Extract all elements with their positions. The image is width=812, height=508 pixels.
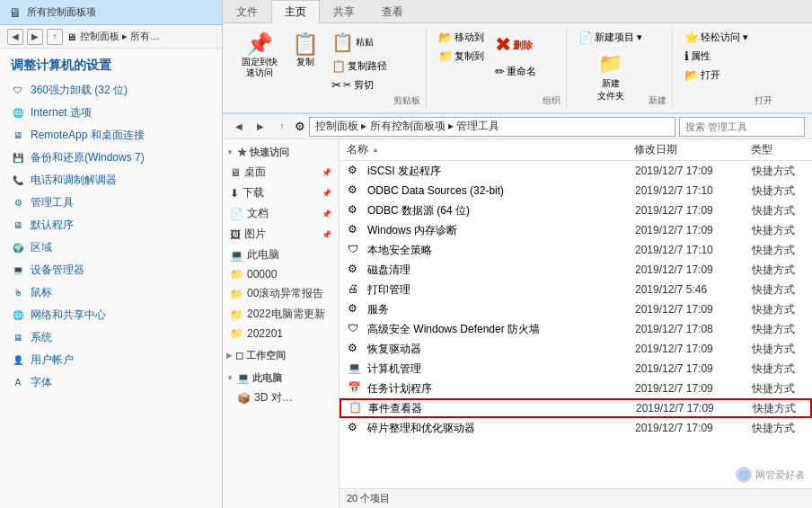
col-type-header[interactable]: 类型	[751, 142, 812, 157]
new-item-button[interactable]: 📄 新建项目 ▾	[574, 29, 647, 46]
move-to-button[interactable]: 📂 移动到	[434, 29, 489, 46]
file-name-cell: ⚙恢复驱动器	[348, 342, 635, 357]
list-item-icon: 🌍	[11, 241, 25, 255]
desktop-item[interactable]: 🖥 桌面 📌	[223, 162, 339, 183]
pin-label: 固定到快 速访问	[242, 57, 278, 78]
new-item-icon: 📄	[578, 31, 593, 44]
left-list-item[interactable]: 🖥默认程序	[0, 214, 222, 236]
folder-report[interactable]: 📁 00滚动异常报告	[223, 283, 339, 304]
left-list-item[interactable]: ⚙管理工具	[0, 192, 222, 214]
back-button[interactable]: ◀	[7, 29, 23, 45]
left-list-item[interactable]: 🌐Internet 选项	[0, 102, 222, 124]
list-item-label: Internet 选项	[31, 105, 92, 120]
table-row[interactable]: ⚙恢复驱动器2019/12/7 17:09快捷方式	[340, 339, 812, 359]
list-item-icon: 👤	[11, 353, 25, 368]
workspace-header[interactable]: ▶ ◻ 工作空间	[223, 346, 339, 365]
table-row[interactable]: ⚙Windows 内存诊断2019/12/7 17:09快捷方式	[340, 220, 812, 240]
addr-back-button[interactable]: ◀	[230, 118, 248, 136]
left-list-item[interactable]: 📞电话和调制解调器	[0, 169, 222, 192]
left-list-item[interactable]: A字体	[0, 371, 222, 394]
left-list-item[interactable]: 🖥系统	[0, 326, 222, 349]
table-row[interactable]: ⚙碎片整理和优化驱动器2019/12/7 17:09快捷方式	[340, 418, 812, 438]
file-name-cell: ⚙服务	[348, 302, 635, 317]
cut-button[interactable]: ✂ ✂ 剪切	[327, 76, 392, 94]
pin-quick-access-button[interactable]: 📌 固定到快 速访问	[235, 29, 284, 83]
address-path[interactable]: 控制面板 ▸ 所有控制面板项 ▸ 管理工具	[309, 117, 675, 137]
list-item-icon: A	[11, 376, 25, 390]
forward-button[interactable]: ▶	[27, 29, 43, 45]
left-list-item[interactable]: 🖥RemoteApp 和桌面连接	[0, 124, 222, 147]
new-folder-button[interactable]: 📁 新建 文件夹	[591, 48, 631, 107]
table-row[interactable]: 🖨打印管理2019/12/7 5:46快捷方式	[340, 280, 812, 299]
folder-icon1: 📁	[230, 268, 243, 281]
downloads-item[interactable]: ⬇ 下载 📌	[223, 183, 339, 203]
table-row[interactable]: ⚙iSCSI 发起程序2019/12/7 17:09快捷方式	[340, 161, 812, 181]
open-group: ⭐ 轻松访问 ▾ ℹ 属性 📂 打开 打开	[675, 27, 778, 109]
file-name-cell: 💻计算机管理	[348, 361, 635, 377]
documents-item[interactable]: 📄 文档 📌	[223, 203, 339, 224]
3d-objects-item[interactable]: 📦 3D 对…	[223, 388, 339, 408]
pictures-item[interactable]: 🖼 图片 📌	[223, 224, 339, 245]
rename-button[interactable]: ✏ 重命名	[490, 63, 541, 80]
delete-button[interactable]: ✖ 删除	[490, 29, 541, 61]
left-list-item[interactable]: 🌐网络和共享中心	[0, 304, 222, 326]
col-date-header[interactable]: 修改日期	[634, 142, 751, 157]
ribbon-tab-查看[interactable]: 查看	[368, 0, 417, 23]
left-list-item[interactable]: 🖱鼠标	[0, 281, 222, 304]
file-date: 2019/12/7 17:09	[635, 204, 752, 217]
file-name-cell: 🛡本地安全策略	[348, 243, 635, 258]
quick-access-header[interactable]: ▼ ★ 快速访问	[223, 143, 339, 162]
table-row[interactable]: ⚙ODBC Data Sources (32-bit)2019/12/7 17:…	[340, 181, 812, 201]
addr-forward-button[interactable]: ▶	[252, 118, 269, 136]
table-row[interactable]: 📅任务计划程序2019/12/7 17:09快捷方式	[340, 379, 812, 398]
organize-group: 📂 移动到 📁 复制到 ✖ 删除 ✏ 重命名	[428, 27, 567, 109]
list-item-label: 系统	[31, 330, 52, 345]
file-icon: ⚙	[348, 421, 362, 435]
table-row[interactable]: ⚙服务2019/12/7 17:09快捷方式	[340, 299, 812, 319]
this-pc-item[interactable]: 💻 此电脑	[223, 245, 339, 265]
left-list-item[interactable]: 💾备份和还原(Windows 7)	[0, 147, 222, 169]
search-input[interactable]	[679, 117, 805, 137]
copy-path-button[interactable]: 📋 复制路径	[327, 58, 392, 75]
status-bar: 20 个项目	[340, 488, 812, 508]
easy-access-button[interactable]: ⭐ 轻松访问 ▾	[680, 29, 753, 46]
open-button[interactable]: 📂 打开	[680, 67, 753, 84]
table-row[interactable]: 🛡本地安全策略2019/12/7 17:10快捷方式	[340, 240, 812, 260]
ribbon-tab-主页[interactable]: 主页	[271, 0, 320, 23]
this-pc-header[interactable]: ▼ 💻 此电脑	[223, 369, 339, 388]
ribbon-tab-文件[interactable]: 文件	[223, 0, 271, 23]
table-row[interactable]: 💻计算机管理2019/12/7 17:09快捷方式	[340, 359, 812, 379]
folder-2022[interactable]: 📁 2022电脑需更新	[223, 304, 339, 325]
copy-to-label: 复制到	[455, 49, 484, 63]
copy-to-button[interactable]: 📁 复制到	[434, 48, 489, 65]
open-icon: 📂	[684, 68, 699, 82]
left-list-item[interactable]: 💻设备管理器	[0, 259, 222, 281]
addr-up-button[interactable]: ↑	[273, 118, 291, 136]
file-name-cell: ⚙iSCSI 发起程序	[348, 164, 635, 179]
watermark-icon: 🌐	[736, 467, 752, 483]
ribbon-content: 📌 固定到快 速访问 📋 复制 📋 粘贴 📋 复制路径	[223, 23, 812, 112]
expand-icon: ▼	[226, 148, 234, 156]
props-label: 属性	[691, 49, 710, 63]
copy-path-icon: 📋	[331, 59, 346, 73]
copy-button[interactable]: 📋 复制	[286, 29, 325, 72]
ribbon-tab-共享[interactable]: 共享	[320, 0, 368, 23]
folder-202201[interactable]: 📁 202201	[223, 325, 339, 343]
table-row[interactable]: ⚙ODBC 数据源 (64 位)2019/12/7 17:09快捷方式	[340, 201, 812, 220]
col-name-header[interactable]: 名称 ▲	[347, 142, 634, 157]
left-list-item[interactable]: 🌍区域	[0, 236, 222, 259]
table-row[interactable]: ⚙磁盘清理2019/12/7 17:09快捷方式	[340, 260, 812, 280]
col-date-label: 修改日期	[634, 143, 677, 156]
left-list-item[interactable]: 👤用户帐户	[0, 349, 222, 371]
control-panel-sidebar: 🖥 所有控制面板项 ◀ ▶ ↑ 🖥 控制面板 ▸ 所有… 调整计算机的设置 🛡3…	[0, 0, 223, 508]
paste-button[interactable]: 📋 粘贴	[327, 29, 392, 56]
table-row[interactable]: 📋事件查看器2019/12/7 17:09快捷方式	[340, 398, 812, 418]
file-icon: ⚙	[348, 263, 362, 277]
list-item-label: 鼠标	[31, 285, 52, 300]
folder-00000[interactable]: 📁 00000	[223, 265, 339, 283]
properties-button[interactable]: ℹ 属性	[680, 48, 753, 65]
list-item-label: 用户帐户	[31, 352, 74, 368]
up-button[interactable]: ↑	[47, 29, 63, 45]
left-list-item[interactable]: 🛡360强力卸载 (32 位)	[0, 79, 222, 102]
table-row[interactable]: 🛡高级安全 Windows Defender 防火墙2019/12/7 17:0…	[340, 319, 812, 339]
